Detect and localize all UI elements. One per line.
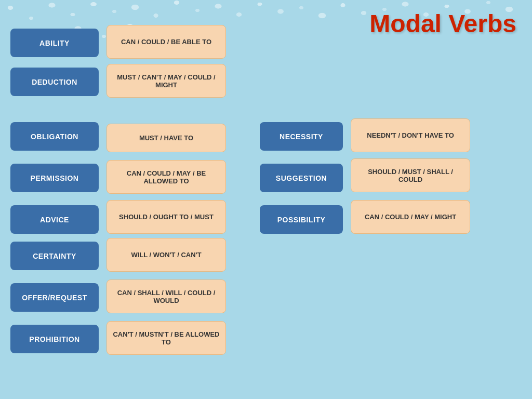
- verbs-necessity-right: NEEDN'T / DON'T HAVE TO: [351, 118, 470, 152]
- label-certainty: CERTAINTY: [10, 242, 99, 270]
- verbs-prohibition: CAN'T / MUSTN'T / BE ALLOWED TO: [107, 321, 226, 355]
- label-prohibition: PROHIBITION: [10, 325, 99, 353]
- verbs-ability: CAN / COULD / BE ABLE TO: [107, 25, 226, 59]
- label-deduction: DEDUCTION: [10, 68, 99, 96]
- page-title: Modal Verbs: [369, 9, 516, 38]
- verbs-permission: CAN / COULD / MAY / BE ALLOWED TO: [107, 160, 226, 194]
- verbs-suggestion-right: SHOULD / MUST / SHALL / COULD: [351, 158, 470, 192]
- verbs-certainty: WILL / WON'T / CAN'T: [107, 238, 226, 272]
- verbs-offer: CAN / SHALL / WILL / COULD / WOULD: [107, 280, 226, 313]
- label-permission: PERMISSION: [10, 164, 99, 192]
- verbs-advice: SHOULD / OUGHT TO / MUST: [107, 200, 226, 234]
- verbs-obligation: MUST / HAVE TO: [107, 124, 226, 152]
- label-possibility: POSSIBILITY: [260, 205, 343, 234]
- label-offer-request: OFFER/REQUEST: [10, 283, 99, 312]
- label-ability: ABILITY: [10, 29, 99, 57]
- label-advice: ADVICE: [10, 205, 99, 234]
- label-obligation: OBLIGATION: [10, 122, 99, 151]
- verbs-deduction: MUST / CAN'T / MAY / COULD / MIGHT: [107, 64, 226, 98]
- verbs-possibility-right: CAN / COULD / MAY / MIGHT: [351, 200, 470, 234]
- main-container: Modal Verbs ABILITY DEDUCTION OBLIGATION…: [0, 0, 532, 399]
- label-necessity: NECESSITY: [260, 122, 343, 151]
- label-suggestion: SUGGESTION: [260, 164, 343, 192]
